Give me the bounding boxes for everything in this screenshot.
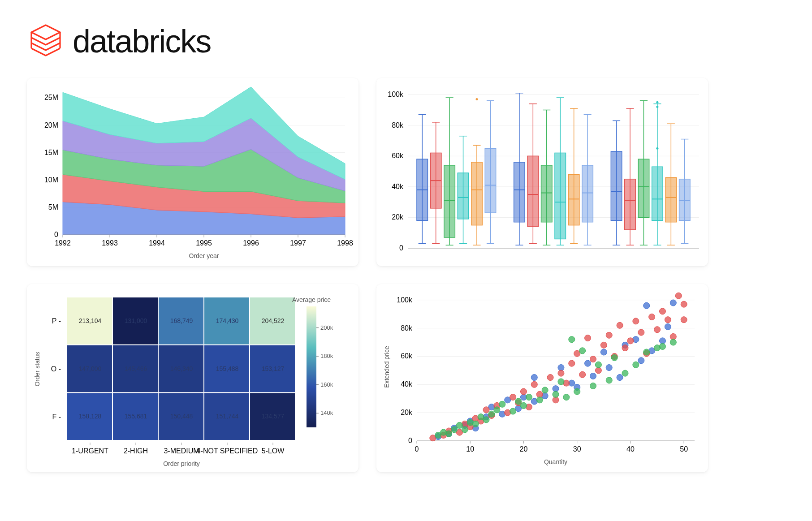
svg-text:100k: 100k — [397, 296, 413, 304]
svg-text:100k: 100k — [388, 90, 404, 98]
svg-point-304 — [499, 401, 505, 407]
svg-text:2-HIGH: 2-HIGH — [124, 447, 148, 455]
svg-point-272 — [585, 335, 591, 341]
svg-rect-127 — [665, 177, 676, 222]
svg-rect-58 — [458, 173, 468, 219]
svg-point-294 — [446, 431, 452, 437]
svg-point-311 — [553, 391, 559, 397]
svg-text:Order status: Order status — [34, 352, 41, 386]
svg-point-241 — [638, 357, 644, 364]
svg-point-121 — [656, 101, 658, 103]
svg-rect-63 — [471, 162, 482, 225]
svg-text:10M: 10M — [44, 176, 58, 184]
svg-text:204,522: 204,522 — [262, 317, 285, 324]
svg-point-235 — [590, 373, 596, 379]
svg-point-263 — [531, 381, 537, 388]
svg-text:180k: 180k — [320, 353, 333, 359]
svg-point-269 — [569, 360, 575, 366]
area-chart[interactable]: 05M10M15M20M25M1992199319941995199619971… — [27, 78, 358, 266]
svg-text:50: 50 — [680, 445, 688, 453]
svg-point-312 — [558, 379, 564, 385]
brand-row: databricks — [27, 22, 785, 60]
svg-text:5-LOW: 5-LOW — [262, 447, 285, 455]
svg-text:168,749: 168,749 — [170, 317, 193, 324]
svg-point-308 — [526, 394, 532, 400]
svg-point-237 — [606, 365, 612, 371]
svg-text:147,000: 147,000 — [79, 365, 102, 372]
svg-text:Order year: Order year — [189, 252, 219, 259]
svg-point-274 — [595, 367, 601, 374]
svg-text:146,340: 146,340 — [170, 365, 193, 372]
svg-text:Quantity: Quantity — [544, 458, 567, 465]
svg-text:40k: 40k — [401, 380, 413, 388]
svg-text:140k: 140k — [320, 409, 333, 416]
svg-point-267 — [558, 370, 564, 376]
svg-point-273 — [590, 356, 596, 362]
svg-rect-104 — [611, 151, 622, 220]
svg-point-321 — [622, 370, 628, 376]
svg-text:Average price: Average price — [292, 296, 331, 303]
svg-point-322 — [633, 362, 639, 368]
svg-text:174,430: 174,430 — [216, 317, 239, 324]
svg-text:1997: 1997 — [290, 239, 306, 247]
svg-point-326 — [670, 339, 676, 345]
svg-text:160k: 160k — [320, 381, 333, 388]
scatter-chart[interactable]: 020k40k60k80k100k01020304050QuantityExte… — [376, 284, 708, 472]
svg-point-228 — [531, 375, 537, 381]
svg-point-291 — [681, 317, 687, 323]
svg-point-285 — [654, 327, 661, 333]
svg-text:131,000: 131,000 — [125, 317, 147, 324]
chart-grid: 05M10M15M20M25M1992199319941995199619971… — [27, 78, 785, 472]
svg-text:20: 20 — [520, 445, 528, 453]
svg-point-305 — [510, 408, 516, 414]
svg-text:Order priority: Order priority — [163, 460, 200, 467]
svg-text:80k: 80k — [401, 324, 413, 332]
svg-point-65 — [476, 98, 478, 100]
svg-point-244 — [659, 338, 665, 344]
svg-point-320 — [611, 355, 618, 361]
svg-rect-94 — [568, 174, 579, 225]
svg-point-281 — [633, 318, 639, 324]
svg-point-259 — [510, 394, 516, 400]
svg-rect-79 — [527, 156, 538, 227]
svg-text:3-MEDIUM: 3-MEDIUM — [164, 447, 199, 455]
svg-text:155,488: 155,488 — [216, 365, 239, 372]
box-chart[interactable]: 020k40k60k80k100k — [376, 78, 708, 266]
svg-text:1992: 1992 — [55, 239, 71, 247]
heatmap-chart[interactable]: 213,104131,000168,749174,430204,522P -14… — [27, 284, 358, 472]
svg-point-307 — [520, 402, 527, 409]
svg-point-316 — [579, 348, 586, 354]
svg-point-234 — [585, 360, 591, 366]
dashboard-page: databricks 05M10M15M20M25M19921993199419… — [0, 0, 812, 521]
svg-point-309 — [536, 397, 543, 403]
svg-text:134,577: 134,577 — [262, 413, 285, 420]
svg-point-246 — [670, 300, 676, 306]
svg-point-290 — [681, 301, 687, 307]
svg-text:40k: 40k — [392, 183, 404, 190]
svg-point-289 — [675, 293, 682, 299]
svg-rect-84 — [541, 165, 552, 222]
svg-text:213,104: 213,104 — [79, 317, 102, 324]
svg-text:P -: P - — [52, 317, 61, 325]
svg-text:158,128: 158,128 — [79, 413, 102, 420]
svg-point-317 — [590, 383, 596, 389]
svg-text:60k: 60k — [401, 352, 413, 360]
svg-point-306 — [515, 398, 522, 405]
svg-point-323 — [644, 349, 650, 355]
svg-point-245 — [665, 323, 671, 330]
svg-text:1998: 1998 — [337, 239, 353, 247]
svg-rect-53 — [444, 165, 455, 237]
svg-point-255 — [483, 407, 489, 413]
svg-text:200k: 200k — [320, 324, 333, 331]
box-chart-card: 020k40k60k80k100k — [376, 78, 708, 266]
svg-text:150,448: 150,448 — [170, 413, 193, 420]
svg-point-319 — [606, 377, 612, 383]
svg-point-271 — [579, 371, 586, 378]
svg-text:0: 0 — [408, 437, 412, 444]
svg-text:60k: 60k — [392, 152, 404, 159]
svg-text:0: 0 — [54, 231, 58, 238]
svg-text:Extended price: Extended price — [383, 346, 390, 388]
svg-text:145,466: 145,466 — [125, 365, 147, 372]
svg-point-275 — [600, 342, 607, 348]
svg-text:0: 0 — [399, 244, 403, 252]
